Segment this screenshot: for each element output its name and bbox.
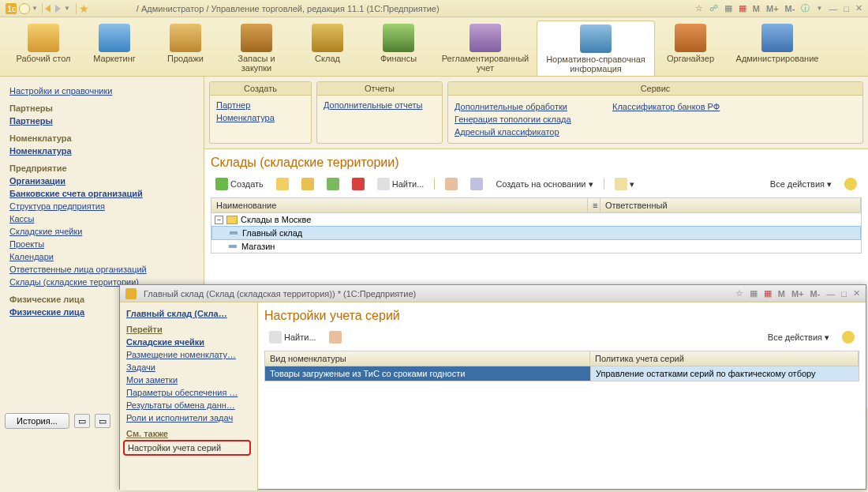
reset-button[interactable]	[324, 329, 346, 345]
nav-nomen[interactable]: Номенклатура	[9, 145, 194, 157]
close-button[interactable]: ✕	[853, 3, 865, 13]
tab-desktop[interactable]: Рабочий стол	[8, 21, 79, 76]
find-button[interactable]: Найти...	[264, 329, 321, 345]
m-button[interactable]: M	[776, 289, 788, 299]
reset-icon	[329, 331, 342, 344]
collapse-icon[interactable]: −	[215, 216, 223, 224]
forward-icon[interactable]	[55, 5, 61, 13]
action-extra-proc[interactable]: Дополнительные обработки	[455, 100, 612, 113]
action-bank-classifier[interactable]: Классификатор банков РФ	[612, 100, 770, 113]
col-type[interactable]: Вид номенклатуры	[265, 351, 590, 366]
favorites-icon[interactable]: ★	[79, 2, 89, 15]
calendar-icon[interactable]: ▦	[736, 3, 749, 13]
tree-root[interactable]: − Склады в Москве	[211, 213, 861, 226]
create-button[interactable]: Создать	[211, 176, 268, 192]
cell-policy: Управление остатками серий по фактическо…	[590, 366, 859, 381]
inner-nav-notes[interactable]: Мои заметки	[126, 374, 251, 386]
inner-nav-cells[interactable]: Складские ячейки	[126, 336, 251, 348]
inner-nav-placement[interactable]: Размещение номенклату…	[126, 348, 251, 361]
close-button[interactable]: ✕	[851, 288, 862, 299]
history-button[interactable]: История...	[5, 413, 69, 429]
help-button[interactable]	[840, 176, 862, 192]
dropdown-icon[interactable]: ▼	[814, 5, 825, 12]
nav-structure[interactable]: Структура предприятия	[9, 200, 194, 212]
tree-button[interactable]	[466, 176, 488, 192]
tab-regulated[interactable]: Регламентированный учет	[434, 21, 537, 76]
inner-nav-exchange[interactable]: Результаты обмена данн…	[126, 399, 251, 411]
col-responsible[interactable]: Ответственный	[600, 198, 861, 212]
action-addr-classifier[interactable]: Адресный классификатор	[455, 126, 612, 138]
action-create-nomen[interactable]: Номенклатура	[216, 111, 305, 124]
maximize-button[interactable]: □	[841, 4, 851, 13]
tab-warehouse[interactable]: Склад	[292, 21, 363, 76]
dropdown-button[interactable]: ▾	[610, 176, 639, 192]
nav-bankaccounts[interactable]: Банковские счета организаций	[9, 187, 194, 200]
nav-organizations[interactable]: Организации	[9, 175, 194, 187]
nav-calendars[interactable]: Календари	[9, 250, 194, 263]
action-extra-reports[interactable]: Дополнительные отчеты	[324, 99, 436, 111]
help-button[interactable]	[837, 329, 859, 345]
plus-icon	[215, 178, 228, 190]
nav-settings[interactable]: Настройки и справочники	[9, 85, 194, 97]
dropdown-icon[interactable]: ▼	[61, 5, 73, 12]
info-icon[interactable]: ⓘ	[799, 2, 812, 14]
all-actions-button[interactable]: Все действия▾	[765, 178, 836, 191]
calendar-icon[interactable]: ▦	[761, 288, 774, 299]
edit-button[interactable]	[322, 176, 344, 192]
windows-icon[interactable]: ▭	[95, 414, 110, 428]
table-row-selected[interactable]: Товары загруженые из ТиС со сроками годн…	[265, 366, 859, 381]
minimize-button[interactable]: —	[826, 4, 840, 13]
nav-kassy[interactable]: Кассы	[9, 212, 194, 225]
m-button[interactable]: M	[750, 4, 762, 13]
mplus-button[interactable]: M+	[764, 4, 781, 13]
nav-partners[interactable]: Партнеры	[9, 115, 194, 127]
action-gen-topology[interactable]: Генерация топологии склада	[455, 113, 612, 126]
tab-finance[interactable]: Финансы	[363, 21, 434, 76]
dropdown-icon[interactable]: ▼	[30, 5, 39, 12]
add-button[interactable]	[297, 176, 319, 192]
action-create-partner[interactable]: Партнер	[216, 99, 305, 111]
tab-organizer[interactable]: Органайзер	[655, 21, 726, 76]
fav-icon[interactable]: ☆	[733, 288, 746, 299]
nav-projects[interactable]: Проекты	[9, 238, 194, 250]
calc-icon[interactable]: ▦	[747, 288, 760, 299]
nav-cells[interactable]: Складские ячейки	[9, 225, 194, 238]
fav-icon[interactable]: ☆	[693, 3, 705, 13]
inner-nav-roles[interactable]: Роли и исполнители задач	[126, 411, 251, 424]
mminus-button[interactable]: M-	[808, 289, 823, 299]
menu-circle-icon[interactable]	[19, 3, 30, 14]
mminus-button[interactable]: M-	[783, 4, 798, 13]
reset-button[interactable]	[440, 176, 462, 192]
calc-icon[interactable]: ▦	[722, 3, 735, 13]
tab-marketing[interactable]: Маркетинг	[79, 21, 150, 76]
tab-admin[interactable]: Администрирование	[726, 21, 829, 76]
tab-reference[interactable]: Нормативно-справочная информация	[537, 21, 655, 76]
sort-indicator[interactable]: ≡	[588, 198, 600, 212]
action-service-header: Сервис	[448, 82, 862, 96]
inner-nav-tasks[interactable]: Задачи	[126, 361, 251, 374]
tab-sales[interactable]: Продажи	[150, 21, 221, 76]
maximize-button[interactable]: □	[839, 289, 849, 299]
find-icon	[377, 178, 390, 190]
all-actions-button[interactable]: Все действия▾	[763, 331, 834, 344]
mplus-button[interactable]: M+	[789, 289, 806, 299]
delete-button[interactable]	[347, 176, 369, 192]
reset-icon	[445, 178, 458, 190]
panels-icon[interactable]: ▭	[74, 414, 90, 428]
inner-nav-series-settings[interactable]: Настройки учета серий	[123, 440, 251, 456]
minimize-button[interactable]: —	[824, 289, 837, 299]
nav-responsible[interactable]: Ответственные лица организаций	[9, 263, 194, 276]
col-policy[interactable]: Политика учета серий	[590, 351, 859, 366]
find-button[interactable]: Найти...	[372, 176, 429, 192]
inner-sidebar: Главный склад (Скла… Перейти Складские я…	[120, 302, 258, 490]
tree-row-selected[interactable]: Главный склад	[211, 226, 861, 240]
tab-stock[interactable]: Запасы и закупки	[221, 21, 292, 76]
col-name[interactable]: Наименование	[211, 198, 588, 212]
link-icon[interactable]: ☍	[707, 3, 720, 13]
back-icon[interactable]	[45, 5, 51, 13]
createby-button[interactable]: Создать на основании▾	[491, 178, 597, 191]
inner-nav-params[interactable]: Параметры обеспечения …	[126, 386, 251, 399]
inner-nav-title[interactable]: Главный склад (Скла…	[126, 307, 251, 320]
copy-button[interactable]	[271, 176, 294, 192]
tree-row[interactable]: Магазин	[211, 240, 861, 253]
